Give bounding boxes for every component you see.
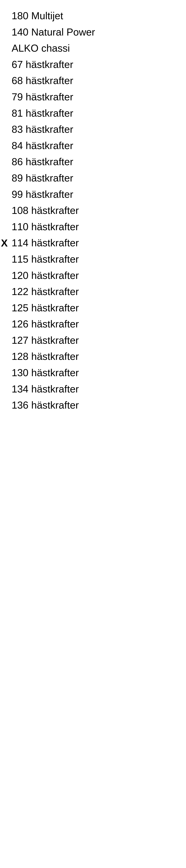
item-label: 128 hästkrafter bbox=[12, 350, 79, 363]
item-label: 115 hästkrafter bbox=[12, 253, 79, 266]
x-marker: X bbox=[1, 237, 8, 249]
items-list: 180 Multijet140 Natural PowerALKO chassi… bbox=[12, 8, 174, 413]
item-label: 84 hästkrafter bbox=[12, 139, 73, 152]
item-label: 126 hästkrafter bbox=[12, 317, 79, 331]
list-item: 79 hästkrafter bbox=[12, 89, 174, 105]
list-item: 127 hästkrafter bbox=[12, 332, 174, 349]
item-label: 79 hästkrafter bbox=[12, 90, 73, 104]
list-item: 120 hästkrafter bbox=[12, 268, 174, 284]
item-label: 89 hästkrafter bbox=[12, 172, 73, 185]
item-label: 99 hästkrafter bbox=[12, 188, 73, 201]
item-label: 122 hästkrafter bbox=[12, 285, 79, 298]
list-item: 108 hästkrafter bbox=[12, 203, 174, 219]
list-item: 110 hästkrafter bbox=[12, 219, 174, 235]
item-label: 108 hästkrafter bbox=[12, 204, 79, 217]
list-item: 134 hästkrafter bbox=[12, 381, 174, 397]
list-item: 180 Multijet bbox=[12, 8, 174, 24]
list-item: 99 hästkrafter bbox=[12, 186, 174, 203]
list-item: 136 hästkrafter bbox=[12, 397, 174, 413]
list-item: 83 hästkrafter bbox=[12, 121, 174, 137]
list-item: ALKO chassi bbox=[12, 40, 174, 57]
list-item: 125 hästkrafter bbox=[12, 300, 174, 316]
list-item: X114 hästkrafter bbox=[12, 235, 174, 251]
item-label: 114 hästkrafter bbox=[12, 237, 79, 250]
item-label: 125 hästkrafter bbox=[12, 302, 79, 315]
list-item: 115 hästkrafter bbox=[12, 251, 174, 268]
item-label: 127 hästkrafter bbox=[12, 334, 79, 347]
list-item: 84 hästkrafter bbox=[12, 137, 174, 154]
list-item: 126 hästkrafter bbox=[12, 316, 174, 332]
item-label: 83 hästkrafter bbox=[12, 123, 73, 136]
item-label: ALKO chassi bbox=[12, 42, 70, 55]
item-label: 120 hästkrafter bbox=[12, 269, 79, 282]
item-label: 81 hästkrafter bbox=[12, 107, 73, 120]
list-item: 81 hästkrafter bbox=[12, 105, 174, 122]
item-label: 134 hästkrafter bbox=[12, 382, 79, 396]
main-content: 180 Multijet140 Natural PowerALKO chassi… bbox=[0, 0, 186, 421]
item-label: 130 hästkrafter bbox=[12, 366, 79, 379]
item-label: 68 hästkrafter bbox=[12, 74, 73, 87]
item-label: 110 hästkrafter bbox=[12, 220, 79, 234]
list-item: 89 hästkrafter bbox=[12, 170, 174, 186]
item-label: 140 Natural Power bbox=[12, 26, 95, 39]
item-label: 180 Multijet bbox=[12, 9, 63, 23]
list-item: 140 Natural Power bbox=[12, 24, 174, 40]
item-label: 67 hästkrafter bbox=[12, 58, 73, 71]
list-item: 122 hästkrafter bbox=[12, 284, 174, 300]
list-item: 128 hästkrafter bbox=[12, 348, 174, 365]
item-label: 86 hästkrafter bbox=[12, 155, 73, 168]
list-item: 130 hästkrafter bbox=[12, 365, 174, 381]
list-item: 68 hästkrafter bbox=[12, 72, 174, 89]
list-item: 86 hästkrafter bbox=[12, 154, 174, 170]
item-label: 136 hästkrafter bbox=[12, 399, 79, 412]
list-item: 67 hästkrafter bbox=[12, 57, 174, 73]
